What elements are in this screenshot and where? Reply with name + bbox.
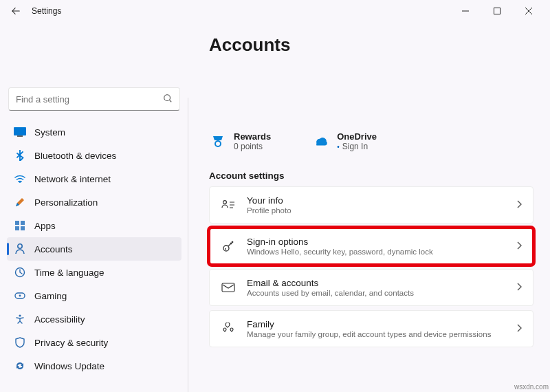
update-icon: [14, 360, 26, 372]
gaming-icon: [14, 290, 26, 302]
nav-label: Windows Update: [34, 361, 104, 371]
maximize-icon: [494, 8, 500, 14]
svg-point-1: [164, 94, 170, 100]
svg-point-16: [223, 246, 229, 251]
nav-label: Apps: [34, 221, 56, 231]
sidebar-item-system[interactable]: System: [7, 120, 182, 144]
chevron-right-icon: [516, 200, 522, 210]
onedrive-subtitle: •Sign In: [337, 142, 377, 151]
search-input[interactable]: [16, 94, 163, 105]
onedrive-icon: [312, 135, 330, 148]
svg-rect-2: [14, 127, 26, 135]
sidebar-item-time-language[interactable]: Time & language: [7, 261, 182, 284]
search-icon: [163, 94, 173, 105]
system-icon: [14, 126, 26, 138]
svg-point-14: [215, 141, 221, 146]
svg-point-17: [225, 248, 226, 250]
rewards-icon: [209, 133, 227, 150]
main-content: Accounts Rewards 0 points OneDrive •Sign…: [188, 22, 550, 392]
page-title: Accounts: [209, 34, 534, 56]
row-title: Sign-in options: [247, 237, 433, 247]
rewards-title: Rewards: [234, 131, 271, 142]
row-sign-in-options[interactable]: Sign-in options Windows Hello, security …: [209, 228, 534, 265]
bluetooth-icon: [14, 149, 26, 162]
row-family[interactable]: Family Manage your family group, edit ac…: [209, 310, 534, 347]
onedrive-sub-text: Sign In: [342, 142, 368, 151]
person-icon: [14, 243, 26, 255]
nav-label: Privacy & security: [34, 338, 108, 348]
search-box[interactable]: [8, 87, 180, 111]
svg-point-15: [223, 201, 227, 204]
chevron-right-icon: [516, 324, 522, 334]
onedrive-card[interactable]: OneDrive •Sign In: [312, 131, 377, 151]
close-icon: [525, 8, 532, 14]
row-title: Family: [247, 319, 491, 329]
arrow-left-icon: [11, 6, 21, 16]
nav-list: System Bluetooth & devices Network & int…: [7, 120, 182, 378]
row-title: Your info: [247, 195, 292, 206]
nav-label: Time & language: [34, 268, 104, 278]
row-subtitle: Accounts used by email, calendar, and co…: [247, 289, 414, 297]
svg-rect-5: [15, 221, 19, 225]
nav-label: Personalization: [34, 197, 98, 208]
sidebar-item-privacy[interactable]: Privacy & security: [7, 331, 182, 354]
wifi-icon: [14, 173, 26, 185]
rewards-subtitle: 0 points: [234, 142, 271, 151]
svg-point-12: [19, 295, 21, 297]
nav-label: Accounts: [34, 244, 73, 254]
svg-point-4: [19, 182, 21, 183]
sidebar-item-network[interactable]: Network & internet: [7, 167, 182, 190]
family-icon: [221, 323, 236, 335]
row-email-accounts[interactable]: Email & accounts Accounts used by email,…: [209, 269, 534, 306]
svg-point-9: [18, 244, 22, 248]
accessibility-icon: [14, 313, 26, 325]
section-heading: Account settings: [209, 171, 534, 181]
clock-globe-icon: [14, 266, 26, 279]
nav-label: System: [34, 127, 65, 138]
sidebar-item-apps[interactable]: Apps: [7, 214, 182, 237]
window-title: Settings: [32, 6, 61, 16]
row-subtitle: Manage your family group, edit account t…: [247, 330, 491, 338]
mail-icon: [221, 283, 236, 292]
apps-icon: [14, 219, 26, 232]
svg-rect-0: [494, 8, 500, 14]
watermark: wsxdn.com: [514, 383, 549, 391]
rewards-card[interactable]: Rewards 0 points: [209, 131, 271, 151]
maximize-button[interactable]: [481, 0, 513, 22]
nav-label: Network & internet: [34, 174, 111, 184]
your-info-icon: [221, 199, 236, 210]
svg-point-13: [19, 314, 21, 316]
close-button[interactable]: [513, 0, 544, 22]
nav-label: Accessibility: [34, 314, 85, 325]
row-title: Email & accounts: [247, 278, 414, 288]
svg-rect-3: [17, 135, 23, 137]
sidebar-item-bluetooth[interactable]: Bluetooth & devices: [7, 144, 182, 167]
minimize-button[interactable]: [450, 0, 481, 22]
back-button[interactable]: [6, 1, 26, 21]
svg-rect-7: [15, 226, 19, 230]
onedrive-title: OneDrive: [337, 131, 377, 142]
shield-icon: [14, 336, 26, 349]
sidebar-item-personalization[interactable]: Personalization: [7, 190, 182, 214]
nav-label: Gaming: [34, 291, 67, 301]
sidebar-item-gaming[interactable]: Gaming: [7, 284, 182, 307]
paintbrush-icon: [14, 196, 26, 208]
row-subtitle: Profile photo: [247, 206, 292, 215]
minimize-icon: [462, 8, 469, 14]
sidebar-item-accessibility[interactable]: Accessibility: [7, 307, 182, 331]
chevron-right-icon: [516, 283, 522, 293]
chevron-right-icon: [516, 241, 522, 252]
svg-rect-6: [21, 221, 25, 225]
nav-label: Bluetooth & devices: [34, 151, 116, 161]
sidebar: System Bluetooth & devices Network & int…: [0, 22, 188, 392]
svg-rect-8: [21, 226, 25, 230]
row-subtitle: Windows Hello, security key, password, d…: [247, 248, 433, 256]
sidebar-item-accounts[interactable]: Accounts: [7, 237, 182, 261]
sidebar-item-windows-update[interactable]: Windows Update: [7, 354, 182, 378]
key-icon: [221, 239, 236, 253]
row-your-info[interactable]: Your info Profile photo: [209, 186, 534, 224]
svg-rect-18: [222, 283, 234, 292]
titlebar: Settings: [0, 0, 550, 22]
